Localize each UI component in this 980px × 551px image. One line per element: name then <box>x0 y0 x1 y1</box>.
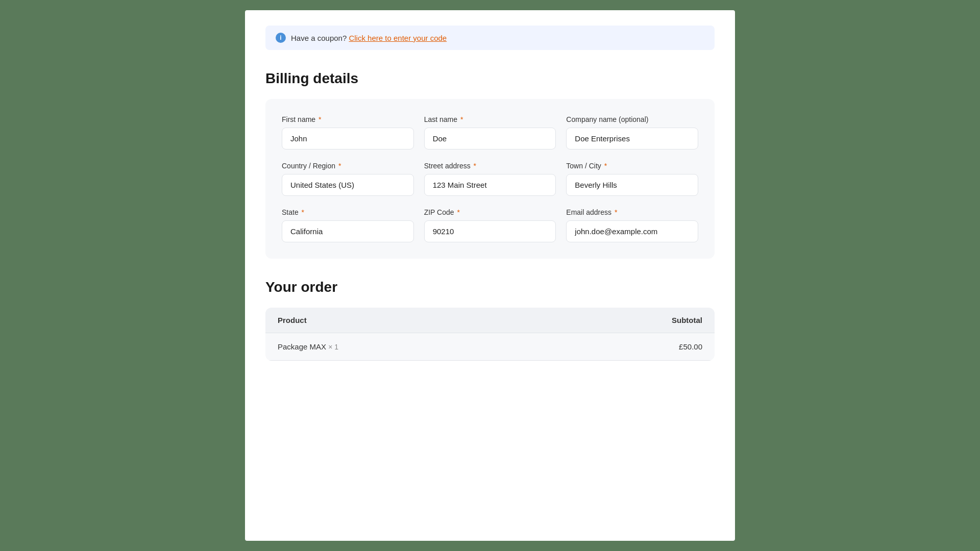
first-name-label: First name * <box>282 115 414 123</box>
coupon-link[interactable]: Click here to enter your code <box>349 34 447 42</box>
company-name-group: Company name (optional) <box>566 115 698 149</box>
order-table: Product Subtotal Package MAX × 1 £50.00 <box>265 308 715 361</box>
email-address-group: Email address * <box>566 208 698 242</box>
coupon-banner: i Have a coupon? Click here to enter you… <box>265 26 715 50</box>
company-name-label: Company name (optional) <box>566 115 698 123</box>
town-city-input[interactable] <box>566 174 698 196</box>
zip-code-group: ZIP Code * <box>424 208 556 242</box>
first-name-required: * <box>318 115 321 123</box>
country-region-required: * <box>338 162 341 170</box>
zip-code-label: ZIP Code * <box>424 208 556 216</box>
product-cell: Package MAX × 1 <box>265 333 538 361</box>
state-group: State * <box>282 208 414 242</box>
subtotal-cell: £50.00 <box>538 333 715 361</box>
billing-heading: Billing details <box>265 70 715 87</box>
state-label: State * <box>282 208 414 216</box>
state-required: * <box>302 208 304 216</box>
email-address-input[interactable] <box>566 220 698 242</box>
country-region-label: Country / Region * <box>282 162 414 170</box>
info-icon: i <box>276 33 286 43</box>
order-table-header-row: Product Subtotal <box>265 308 715 333</box>
zip-code-required: * <box>457 208 459 216</box>
state-input[interactable] <box>282 220 414 242</box>
subtotal-column-header: Subtotal <box>538 308 715 333</box>
email-address-label: Email address * <box>566 208 698 216</box>
town-city-label: Town / City * <box>566 162 698 170</box>
country-region-input[interactable] <box>282 174 414 196</box>
town-city-group: Town / City * <box>566 162 698 196</box>
street-address-group: Street address * <box>424 162 556 196</box>
first-name-group: First name * <box>282 115 414 149</box>
country-region-group: Country / Region * <box>282 162 414 196</box>
product-name: Package MAX <box>278 342 326 351</box>
last-name-label: Last name * <box>424 115 556 123</box>
billing-form-container: First name * Last name * Company name (o… <box>265 99 715 259</box>
street-address-required: * <box>474 162 476 170</box>
coupon-prefix-text: Have a coupon? Click here to enter your … <box>291 34 447 42</box>
first-name-input[interactable] <box>282 128 414 149</box>
email-address-required: * <box>615 208 617 216</box>
last-name-required: * <box>460 115 463 123</box>
town-city-required: * <box>604 162 607 170</box>
order-heading: Your order <box>265 279 715 295</box>
main-content: i Have a coupon? Click here to enter you… <box>245 10 735 541</box>
last-name-group: Last name * <box>424 115 556 149</box>
product-quantity: × 1 <box>328 343 338 351</box>
company-name-input[interactable] <box>566 128 698 149</box>
order-container: Product Subtotal Package MAX × 1 £50.00 <box>265 308 715 361</box>
last-name-input[interactable] <box>424 128 556 149</box>
street-address-input[interactable] <box>424 174 556 196</box>
product-column-header: Product <box>265 308 538 333</box>
billing-form-grid: First name * Last name * Company name (o… <box>282 115 698 242</box>
street-address-label: Street address * <box>424 162 556 170</box>
table-row: Package MAX × 1 £50.00 <box>265 333 715 361</box>
zip-code-input[interactable] <box>424 220 556 242</box>
